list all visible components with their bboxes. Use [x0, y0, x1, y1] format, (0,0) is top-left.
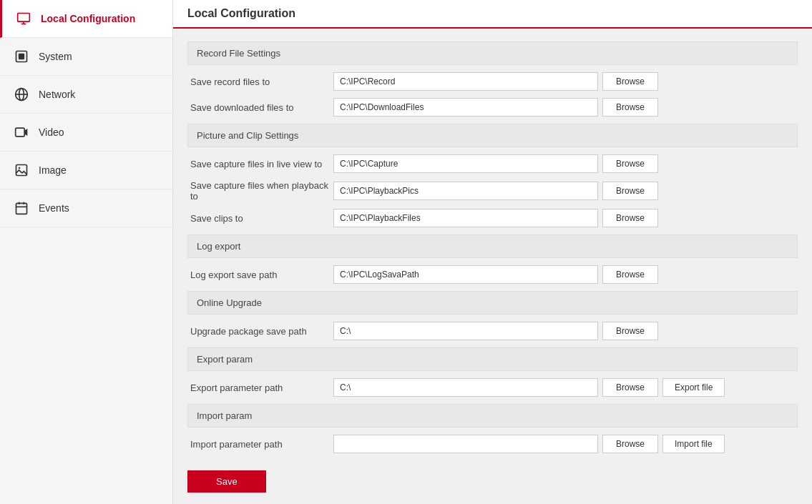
label-log-export-save-path: Log export save path [190, 270, 333, 280]
input-upgrade-package-save-path[interactable] [333, 322, 598, 340]
svg-rect-12 [16, 203, 27, 214]
svg-rect-8 [16, 128, 25, 137]
svg-point-11 [19, 167, 20, 169]
row-save-capture-live: Save capture files in live view to Brows… [187, 154, 798, 173]
system-icon [11, 46, 31, 66]
sidebar-label-events: Events [39, 202, 69, 214]
save-button[interactable]: Save [187, 470, 266, 493]
section-online-upgrade: Online Upgrade [187, 291, 798, 315]
browse-save-record-files[interactable]: Browse [602, 72, 658, 91]
label-export-parameter-path: Export parameter path [190, 382, 333, 393]
input-export-parameter-path[interactable] [333, 378, 598, 397]
section-export-param: Export param [187, 347, 798, 371]
page-title: Local Configuration [173, 0, 812, 29]
events-icon [11, 198, 31, 218]
sidebar: Local Configuration System Network [0, 0, 173, 504]
row-save-record-files: Save record files to Browse [187, 72, 798, 91]
sidebar-label-local-configuration: Local Configuration [41, 13, 135, 24]
section-import-param: Import param [187, 404, 798, 428]
browse-log-export-save-path[interactable]: Browse [602, 265, 658, 284]
browse-save-capture-live[interactable]: Browse [602, 154, 658, 173]
input-save-capture-playback[interactable] [333, 182, 598, 200]
export-file-button[interactable]: Export file [662, 378, 725, 397]
row-log-export-save-path: Log export save path Browse [187, 265, 798, 284]
sidebar-item-local-configuration[interactable]: Local Configuration [0, 0, 172, 38]
row-save-capture-playback: Save capture files when playback to Brow… [187, 180, 798, 202]
sidebar-item-video[interactable]: Video [0, 114, 172, 152]
input-save-record-files[interactable] [333, 72, 598, 91]
section-record-file-settings: Record File Settings [187, 41, 798, 65]
sidebar-label-image: Image [39, 164, 67, 176]
import-file-button[interactable]: Import file [662, 435, 725, 453]
label-save-capture-live: Save capture files in live view to [190, 159, 333, 169]
browse-upgrade-package-save-path[interactable]: Browse [602, 322, 658, 340]
label-save-record-files: Save record files to [190, 76, 333, 87]
svg-rect-0 [18, 14, 30, 22]
browse-import-parameter-path[interactable]: Browse [602, 435, 658, 453]
browse-export-parameter-path[interactable]: Browse [602, 378, 658, 397]
video-icon [11, 122, 31, 142]
browse-save-capture-playback[interactable]: Browse [602, 182, 658, 200]
input-save-capture-live[interactable] [333, 154, 598, 173]
main-body: Record File Settings Save record files t… [173, 29, 812, 504]
network-icon [11, 84, 31, 104]
row-save-clips-to: Save clips to Browse [187, 209, 798, 227]
input-save-clips-to[interactable] [333, 209, 598, 227]
browse-save-downloaded-files[interactable]: Browse [602, 98, 658, 117]
label-save-clips-to: Save clips to [190, 213, 333, 224]
main-content: Local Configuration Record File Settings… [173, 0, 812, 504]
label-upgrade-package-save-path: Upgrade package save path [190, 326, 333, 337]
sidebar-label-network: Network [39, 89, 75, 100]
row-save-downloaded-files: Save downloaded files to Browse [187, 98, 798, 117]
sidebar-item-events[interactable]: Events [0, 189, 172, 227]
label-import-parameter-path: Import parameter path [190, 439, 333, 450]
sidebar-item-image[interactable]: Image [0, 152, 172, 189]
sidebar-label-system: System [39, 51, 72, 62]
section-picture-clip-settings: Picture and Clip Settings [187, 124, 798, 147]
row-export-parameter-path: Export parameter path Browse Export file [187, 378, 798, 397]
section-log-export: Log export [187, 234, 798, 258]
input-save-downloaded-files[interactable] [333, 98, 598, 117]
sidebar-item-system[interactable]: System [0, 38, 172, 76]
label-save-downloaded-files: Save downloaded files to [190, 102, 333, 113]
svg-rect-4 [19, 54, 24, 59]
image-icon [11, 160, 31, 180]
sidebar-item-network[interactable]: Network [0, 76, 172, 114]
browse-save-clips-to[interactable]: Browse [602, 209, 658, 227]
svg-rect-10 [16, 165, 27, 176]
label-save-capture-playback: Save capture files when playback to [190, 180, 333, 202]
row-upgrade-package-save-path: Upgrade package save path Browse [187, 322, 798, 340]
save-row: Save [187, 460, 798, 500]
row-import-parameter-path: Import parameter path Browse Import file [187, 435, 798, 453]
input-log-export-save-path[interactable] [333, 265, 598, 284]
sidebar-label-video: Video [39, 127, 64, 138]
input-import-parameter-path[interactable] [333, 435, 598, 453]
monitor-icon [14, 9, 34, 29]
